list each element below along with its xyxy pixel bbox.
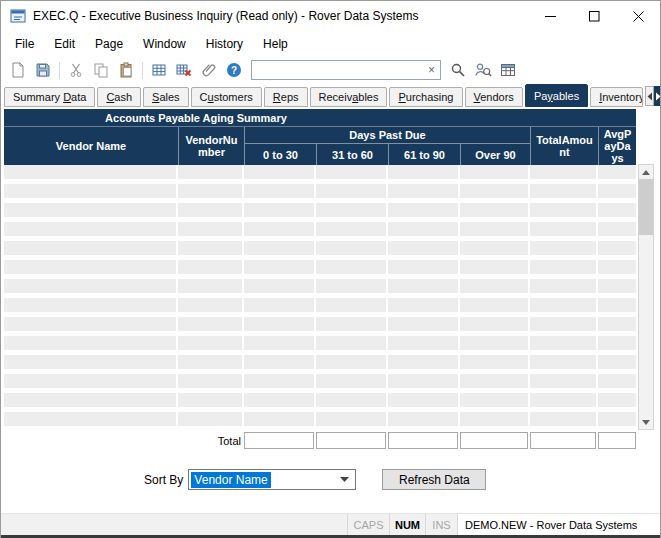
table-cell bbox=[244, 184, 316, 203]
cut-button[interactable] bbox=[64, 59, 88, 81]
table-cell bbox=[316, 298, 388, 317]
table-cell bbox=[178, 336, 244, 355]
total-cell-0-to-30 bbox=[244, 432, 314, 449]
table-row[interactable] bbox=[4, 336, 636, 355]
chevron-left-icon bbox=[646, 92, 653, 101]
clear-icon[interactable]: × bbox=[423, 64, 440, 76]
table-cell bbox=[598, 184, 636, 203]
table-row[interactable] bbox=[4, 260, 636, 279]
menu-page[interactable]: Page bbox=[85, 34, 133, 54]
save-button[interactable] bbox=[31, 59, 55, 81]
table-cell bbox=[530, 203, 598, 222]
table-cell bbox=[388, 203, 460, 222]
table-cell bbox=[178, 184, 244, 203]
column-header-0-to-30[interactable]: 0 to 30 bbox=[244, 144, 316, 165]
user-search-button[interactable] bbox=[471, 59, 495, 81]
paste-button[interactable] bbox=[114, 59, 138, 81]
menu-edit[interactable]: Edit bbox=[44, 34, 85, 54]
table-cell bbox=[178, 222, 244, 241]
table-cell bbox=[244, 241, 316, 260]
total-row: Total bbox=[4, 432, 636, 449]
table-row[interactable] bbox=[4, 203, 636, 222]
table-cell bbox=[178, 260, 244, 279]
table-cell bbox=[598, 279, 636, 298]
total-label: Total bbox=[178, 432, 244, 449]
table-row[interactable] bbox=[4, 241, 636, 260]
search-input[interactable] bbox=[252, 62, 423, 78]
maximize-button[interactable] bbox=[572, 1, 616, 31]
table-row[interactable] bbox=[4, 393, 636, 412]
column-header-over-90[interactable]: Over 90 bbox=[460, 144, 530, 165]
tab-sales[interactable]: Sales bbox=[143, 87, 189, 107]
menu-history[interactable]: History bbox=[196, 34, 253, 54]
table-cell bbox=[178, 317, 244, 336]
column-header-vendor-number[interactable]: VendorNumber bbox=[178, 127, 244, 165]
table-cell bbox=[460, 298, 530, 317]
payables-grid: Accounts Payable Aging Summary Vendor Na… bbox=[4, 109, 656, 449]
table-cell bbox=[530, 222, 598, 241]
toolbar-separator bbox=[142, 62, 143, 79]
help-button[interactable]: ? bbox=[222, 59, 246, 81]
table-row[interactable] bbox=[4, 165, 636, 184]
tab-strip: Summary DataCashSalesCustomersRepsReceiv… bbox=[4, 84, 645, 107]
titlebar: EXEC.Q - Executive Business Inquiry (Rea… bbox=[1, 1, 660, 31]
column-header-31-to-60[interactable]: 31 to 60 bbox=[316, 144, 388, 165]
scroll-up-button[interactable] bbox=[639, 165, 653, 179]
new-document-button[interactable] bbox=[6, 59, 30, 81]
column-header-vendor-name[interactable]: Vendor Name bbox=[4, 127, 178, 165]
tab-vendors[interactable]: Vendors bbox=[465, 87, 523, 107]
table-row[interactable] bbox=[4, 279, 636, 298]
close-button[interactable] bbox=[616, 1, 660, 31]
table-cell bbox=[316, 336, 388, 355]
tab-purchasing[interactable]: Purchasing bbox=[389, 87, 462, 107]
menu-file[interactable]: File bbox=[5, 34, 44, 54]
tab-summary-data[interactable]: Summary Data bbox=[4, 87, 95, 107]
tab-scroll-right-button[interactable] bbox=[654, 86, 661, 106]
scroll-thumb[interactable] bbox=[639, 179, 653, 235]
menu-window[interactable]: Window bbox=[133, 34, 196, 54]
table-cell bbox=[530, 393, 598, 412]
tab-inventory[interactable]: Inventory bbox=[590, 87, 643, 107]
table-row[interactable] bbox=[4, 184, 636, 203]
table-row[interactable] bbox=[4, 317, 636, 336]
table-cell bbox=[460, 184, 530, 203]
tab-scroll-left-button[interactable] bbox=[645, 86, 654, 106]
table-row[interactable] bbox=[4, 222, 636, 241]
tab-customers[interactable]: Customers bbox=[191, 87, 262, 107]
table-row[interactable] bbox=[4, 412, 636, 431]
column-header-avg-pay-days[interactable]: AvgPayDays bbox=[598, 127, 636, 165]
table-row[interactable] bbox=[4, 355, 636, 374]
user-search-icon bbox=[474, 62, 492, 78]
grid-view-button[interactable] bbox=[147, 59, 171, 81]
sort-by-dropdown[interactable]: Vendor Name bbox=[188, 469, 356, 490]
refresh-data-button[interactable]: Refresh Data bbox=[382, 469, 486, 490]
column-header-total-amount[interactable]: TotalAmount bbox=[530, 127, 598, 165]
tab-cash[interactable]: Cash bbox=[97, 87, 141, 107]
minimize-button[interactable] bbox=[528, 1, 572, 31]
table-cell bbox=[4, 165, 178, 184]
column-header-61-to-90[interactable]: 61 to 90 bbox=[388, 144, 460, 165]
attach-button[interactable] bbox=[197, 59, 221, 81]
tab-reps[interactable]: Reps bbox=[264, 87, 308, 107]
search-button[interactable] bbox=[446, 59, 470, 81]
table-cell bbox=[316, 165, 388, 184]
table-cell bbox=[460, 374, 530, 393]
scroll-down-button[interactable] bbox=[639, 415, 653, 429]
table-cell bbox=[4, 336, 178, 355]
table-cell bbox=[388, 317, 460, 336]
table-row[interactable] bbox=[4, 374, 636, 393]
grid-remove-button[interactable] bbox=[172, 59, 196, 81]
copy-button[interactable] bbox=[89, 59, 113, 81]
table-scrollbar[interactable] bbox=[638, 164, 654, 430]
table-row[interactable] bbox=[4, 298, 636, 317]
cut-icon bbox=[68, 62, 84, 78]
table-cell bbox=[388, 260, 460, 279]
total-cell-avg-pay-days bbox=[598, 432, 636, 449]
menu-help[interactable]: Help bbox=[253, 34, 298, 54]
column-header-days-past-due[interactable]: Days Past Due bbox=[244, 127, 530, 144]
tab-payables[interactable]: Payables bbox=[525, 84, 588, 107]
table-cell bbox=[316, 260, 388, 279]
table-cell bbox=[4, 184, 178, 203]
table-view-button[interactable] bbox=[496, 59, 520, 81]
tab-receivables[interactable]: Receivables bbox=[310, 87, 388, 107]
